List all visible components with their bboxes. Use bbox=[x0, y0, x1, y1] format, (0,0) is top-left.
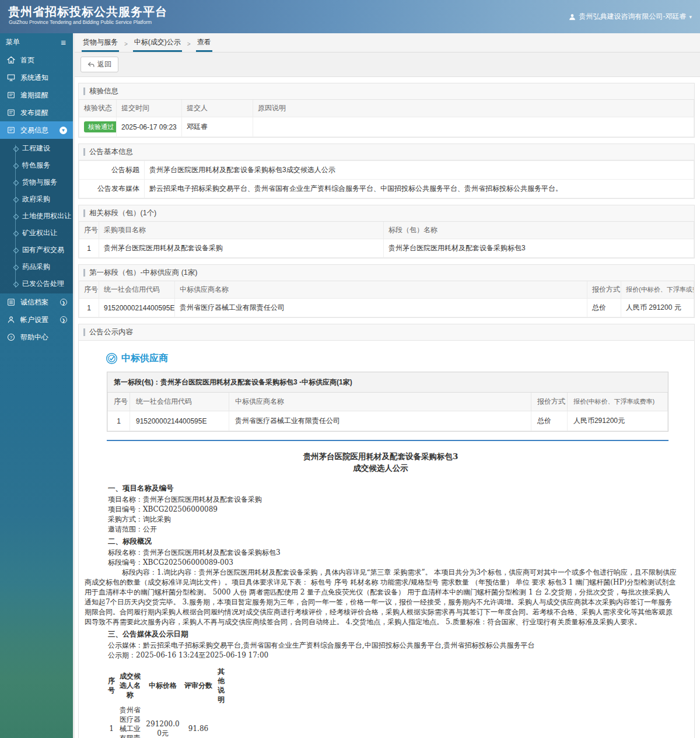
user-menu[interactable]: 贵州弘典建设咨询有限公司-邓廷睿 ▾ bbox=[569, 12, 692, 22]
sidebar-item-account-settings[interactable]: 帐户设置 ❯ bbox=[0, 311, 73, 328]
sidebar-subitem-mining-rights[interactable]: 矿业权出让 bbox=[0, 225, 73, 242]
section-title: 公告基本信息 bbox=[89, 147, 133, 157]
col-header: 报价(中标价、下浮率或费率) bbox=[621, 281, 694, 299]
page-title: 贵州省招标投标公共服务平台 bbox=[8, 4, 167, 20]
project-name: 贵州茅台医院医用耗材及配套设备采购 bbox=[99, 239, 384, 258]
doc-heading-3: 三、公告媒体及公示日期 bbox=[108, 629, 677, 639]
document-icon bbox=[6, 109, 15, 117]
winning-supplier-heading: 中标供应商 bbox=[121, 352, 168, 365]
col-header: 报价方式 bbox=[587, 281, 621, 299]
doc-paragraph: 标段内容：1.询比内容：贵州茅台医院医用耗材及配套设备采购，具体内容详见“第三章… bbox=[85, 568, 677, 627]
sidebar-item-credit-archive[interactable]: 诚信档案 ❯ bbox=[0, 293, 73, 311]
winner-detail-table: 第一标段(包)：贵州茅台医院医用耗材及配套设备采购标包3 -中标供应商(1家) … bbox=[107, 372, 668, 432]
lot-name: 贵州茅台医院医用耗材及配套设备采购标包3 bbox=[384, 239, 694, 258]
chevron-right-icon: ❯ bbox=[60, 299, 67, 306]
submit-time: 2025-06-17 09:23 bbox=[117, 117, 182, 137]
table-row: 1 91520000214400595E 贵州省医疗器械工业有限责任公司 总价 … bbox=[79, 299, 694, 317]
announcement-title: 贵州茅台医院医用耗材及配套设备采购标包3成交候选人公示 bbox=[145, 161, 694, 180]
section-basic-info: 公告基本信息 公告标题 贵州茅台医院医用耗材及配套设备采购标包3成交候选人公示 … bbox=[78, 144, 695, 199]
sidebar-subitem-land-use[interactable]: 土地使用权出让 bbox=[0, 208, 73, 225]
winner-table: 序号 统一社会信用代码 中标供应商名称 报价方式 报价(中标价、下浮率或费率) … bbox=[79, 281, 694, 317]
col-header: 报价(中标价、下浮率或费率) bbox=[567, 393, 667, 411]
sidebar-item-home[interactable]: 首页 bbox=[0, 51, 73, 69]
sidebar-subitem-special-services[interactable]: 特色服务 bbox=[0, 157, 73, 174]
sidebar-subitem-engineering[interactable]: 工程建设 bbox=[0, 140, 73, 157]
doc-heading-2: 二、标段概况 bbox=[108, 536, 677, 546]
doc-line: 项目编号：XBCG202506000089 bbox=[108, 505, 677, 515]
supplier-name: 贵州省医疗器械工业有限责任公司 bbox=[229, 411, 531, 431]
section-related-lots: 相关标段（包）(1个) 序号 采购项目名称 标段（包）名称 1 贵州茅台医院医用… bbox=[78, 205, 695, 258]
submitter: 邓廷睿 bbox=[182, 117, 253, 137]
col-header: 原因说明 bbox=[253, 100, 694, 117]
doc-line: 采购方式：询比采购 bbox=[108, 515, 677, 524]
main-content: 货物与服务 > 中标(成交)公示 > 查看 返回 核验信息 核验状态 提交时间 … bbox=[73, 33, 700, 738]
col-header: 序号 bbox=[107, 666, 116, 705]
table-row: 公告标题 贵州茅台医院医用耗材及配套设备采购标包3成交候选人公示 bbox=[79, 161, 694, 180]
sidebar-item-help-center[interactable]: ? 帮助中心 bbox=[0, 328, 73, 346]
col-header: 统一社会信用代码 bbox=[99, 281, 175, 299]
table-row: 1 91520000214400595E 贵州省医疗器械工业有限责任公司 总价 … bbox=[108, 411, 668, 431]
field-label: 公告发布媒体 bbox=[79, 180, 145, 198]
quote-price: 人民币 291200 元 bbox=[621, 299, 694, 317]
content-panel: 核验信息 核验状态 提交时间 提交人 原因说明 核验通过 2025-06-17 … bbox=[75, 76, 700, 738]
table-caption: 第一标段(包)：贵州茅台医院医用耗材及配套设备采购标包3 -中标供应商(1家) bbox=[108, 373, 668, 393]
sidebar-subitem-gov-procurement[interactable]: 政府采购 bbox=[0, 191, 73, 208]
sidebar-item-overdue-reminder[interactable]: 逾期提醒 bbox=[0, 86, 73, 104]
user-name: 贵州弘典建设咨询有限公司-邓廷睿 bbox=[579, 12, 686, 22]
rank: 1 bbox=[107, 705, 116, 738]
table-row: 1 贵州茅台医院医用耗材及配套设备采购 贵州茅台医院医用耗材及配套设备采购标包3 bbox=[79, 239, 694, 258]
col-header: 序号 bbox=[79, 281, 99, 299]
col-header: 成交候选人名称 bbox=[116, 666, 144, 705]
list-icon bbox=[6, 298, 15, 307]
sidebar-subitem-state-property[interactable]: 国有产权交易 bbox=[0, 242, 73, 258]
breadcrumb-award-notice[interactable]: 中标(成交)公示 bbox=[133, 37, 182, 52]
app-header: 贵州省招标投标公共服务平台 GuiZhou Province Tendering… bbox=[0, 0, 700, 33]
sidebar: 菜单 ≡ 首页 系统通知 逾期提醒 发布提醒 交易信息 ▼ 工程建设 特色 bbox=[0, 33, 73, 738]
section-title: 相关标段（包）(1个) bbox=[89, 208, 156, 218]
row-index: 1 bbox=[108, 411, 130, 431]
svg-text:?: ? bbox=[10, 335, 12, 340]
col-header: 其他说明 bbox=[215, 666, 227, 705]
table-row: 1 贵州省医疗器械工业有限责任公司 291200.00元 91.86 bbox=[107, 705, 227, 738]
doc-line: 公示期：2025-06-16 13:24至2025-06-19 17:00 bbox=[108, 650, 677, 660]
breadcrumb-separator: > bbox=[187, 41, 191, 47]
publish-media: 黔云招采电子招标采购交易平台、贵州省国有企业生产资料综合服务平台、中国招投标公共… bbox=[145, 180, 694, 198]
sidebar-item-trade-info[interactable]: 交易信息 ▼ bbox=[0, 121, 73, 139]
doc-title-line1: 贵州茅台医院医用耗材及配套设备采购标包3 bbox=[85, 450, 677, 462]
award-badge-icon bbox=[106, 352, 118, 365]
col-header: 统一社会信用代码 bbox=[130, 393, 229, 411]
reason bbox=[253, 117, 694, 137]
breadcrumb-goods-services[interactable]: 货物与服务 bbox=[82, 37, 119, 52]
review-score: 91.86 bbox=[181, 705, 215, 738]
sidebar-item-publish-reminder[interactable]: 发布提醒 bbox=[0, 104, 73, 121]
back-button[interactable]: 返回 bbox=[80, 57, 118, 72]
candidates-table: 序号 成交候选人名称 中标价格 评审分数 其他说明 1 贵州省医疗器械工业有限责… bbox=[107, 666, 227, 738]
col-header: 中标供应商名称 bbox=[229, 393, 531, 411]
col-header: 报价方式 bbox=[531, 393, 567, 411]
chevron-down-icon: ▾ bbox=[689, 14, 692, 20]
question-icon: ? bbox=[6, 333, 15, 342]
col-header: 提交时间 bbox=[117, 100, 182, 117]
doc-line: 标段名称：贵州茅台医院医用耗材及配套设备采购标包3 bbox=[108, 548, 677, 558]
field-label: 公告标题 bbox=[79, 161, 145, 180]
section-title: 第一标段（包）-中标供应商 (1家) bbox=[89, 268, 197, 278]
supplier-name: 贵州省医疗器械工业有限责任公司 bbox=[175, 299, 587, 317]
col-header: 提交人 bbox=[182, 100, 253, 117]
sidebar-subitem-goods-services[interactable]: 货物与服务 bbox=[0, 174, 73, 191]
hamburger-icon[interactable]: ≡ bbox=[61, 37, 66, 47]
home-icon bbox=[6, 56, 15, 65]
person-icon bbox=[6, 316, 15, 324]
sidebar-subitem-drug-procurement[interactable]: 药品采购 bbox=[0, 258, 73, 275]
basic-info-table: 公告标题 贵州茅台医院医用耗材及配套设备采购标包3成交候选人公示 公告发布媒体 … bbox=[79, 160, 694, 198]
user-icon bbox=[569, 13, 576, 20]
col-header: 序号 bbox=[108, 393, 130, 411]
toolbar: 返回 bbox=[75, 53, 700, 76]
related-lots-table: 序号 采购项目名称 标段（包）名称 1 贵州茅台医院医用耗材及配套设备采购 贵州… bbox=[79, 222, 694, 258]
section-winner-supplier: 第一标段（包）-中标供应商 (1家) 序号 统一社会信用代码 中标供应商名称 报… bbox=[78, 264, 695, 318]
breadcrumb-view[interactable]: 查看 bbox=[196, 37, 212, 52]
col-header: 标段（包）名称 bbox=[384, 222, 694, 239]
sidebar-item-notifications[interactable]: 系统通知 bbox=[0, 69, 73, 86]
quote-price: 人民币291200元 bbox=[567, 411, 667, 431]
sidebar-subitem-published-notices[interactable]: 已发公告处理 bbox=[0, 275, 73, 292]
document-icon bbox=[6, 126, 15, 135]
